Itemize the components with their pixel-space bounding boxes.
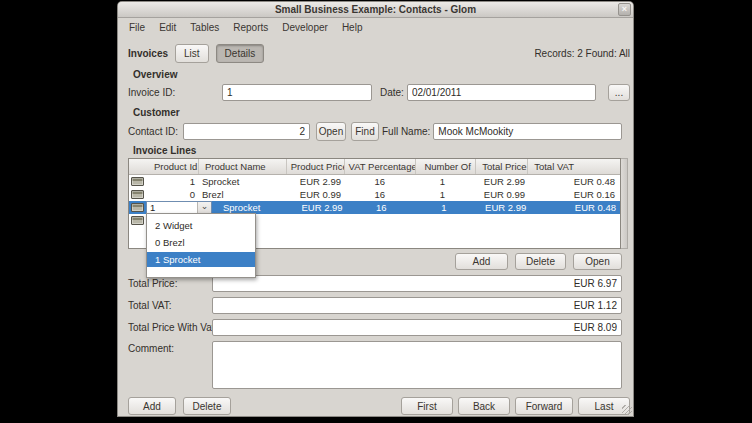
invoice-lines-table: Product Id Product Name Product Price VA… <box>128 158 621 249</box>
record-open-icon[interactable] <box>131 216 144 225</box>
combobox-value: 1 <box>147 202 197 213</box>
contact-row: Contact ID: Open Find Full Name: <box>128 122 630 141</box>
list-view-button[interactable]: List <box>175 44 209 63</box>
column-header-total-price[interactable]: Total Price <box>476 159 528 174</box>
menu-item-tables[interactable]: Tables <box>183 21 226 34</box>
menu-item-developer[interactable]: Developer <box>275 21 335 34</box>
table-row[interactable]: 1 Sprocket EUR 2.99 16 1 EUR 2.99 EUR 0.… <box>129 175 620 188</box>
column-header-number-of[interactable]: Number Of <box>416 159 476 174</box>
invoice-lines-heading: Invoice Lines <box>133 145 630 157</box>
record-navigation-bar: Add Delete First Back Forward Last <box>128 397 630 415</box>
cell-total-price: EUR 2.99 <box>475 175 527 188</box>
main-content: Invoices List Details Records: 2 Found: … <box>118 44 633 415</box>
total-with-vat-label: Total Price With Vat: <box>128 322 212 333</box>
line-add-button[interactable]: Add <box>455 253 508 270</box>
comment-textarea[interactable] <box>212 341 622 389</box>
product-id-dropdown: 2 Widget 0 Brezl 1 Sprocket <box>146 213 256 278</box>
comment-row: Comment: <box>128 341 630 389</box>
window-title: Small Business Example: Contacts - Glom <box>275 4 476 15</box>
contact-id-label: Contact ID: <box>128 126 183 137</box>
cell-product-id: 0 <box>144 188 197 201</box>
dropdown-option[interactable]: 2 Widget <box>147 218 255 233</box>
open-contact-button[interactable]: Open <box>316 122 346 141</box>
record-add-button[interactable]: Add <box>128 397 176 415</box>
cell-vat-percentage: 16 <box>343 175 415 188</box>
record-open-icon[interactable] <box>131 203 144 212</box>
invoice-id-input[interactable] <box>222 84 372 101</box>
invoice-id-label: Invoice ID: <box>128 87 222 98</box>
view-switch-row: Invoices List Details Records: 2 Found: … <box>128 44 630 63</box>
find-contact-button[interactable]: Find <box>351 122 379 141</box>
total-vat-row: Total VAT: <box>128 297 630 314</box>
column-header-product-price[interactable]: Product Price <box>287 159 345 174</box>
cell-product-price: EUR 2.99 <box>287 201 345 214</box>
chevron-down-icon: ⌄ <box>197 202 211 213</box>
forward-record-button[interactable]: Forward <box>515 397 573 415</box>
record-delete-button[interactable]: Delete <box>183 397 231 415</box>
line-delete-button[interactable]: Delete <box>515 253 566 270</box>
cell-total-price: EUR 2.99 <box>476 201 528 214</box>
cell-total-vat: EUR 0.48 <box>528 201 620 214</box>
app-window: Small Business Example: Contacts - Glom … <box>118 2 633 416</box>
menu-item-help[interactable]: Help <box>335 21 370 34</box>
cell-product-price: EUR 0.99 <box>285 188 343 201</box>
records-summary: Records: 2 Found: All <box>534 48 630 59</box>
cell-total-price: EUR 0.99 <box>475 188 527 201</box>
date-picker-button[interactable]: ... <box>608 84 630 101</box>
column-header-product-name[interactable]: Product Name <box>199 159 287 174</box>
table-row[interactable]: 0 Brezl EUR 0.99 16 1 EUR 0.99 EUR 0.16 <box>129 188 620 201</box>
resize-grip[interactable] <box>622 405 632 415</box>
back-record-button[interactable]: Back <box>458 397 510 415</box>
cell-total-vat: EUR 0.48 <box>527 175 619 188</box>
total-vat-field[interactable] <box>212 297 622 314</box>
cell-vat-percentage: 16 <box>343 188 415 201</box>
record-open-icon[interactable] <box>131 177 144 186</box>
cell-product-name: Sprocket <box>197 175 285 188</box>
cell-number-of: 1 <box>415 175 475 188</box>
total-with-vat-field[interactable] <box>212 319 622 336</box>
full-name-input[interactable] <box>433 123 622 140</box>
table-scrollbar[interactable] <box>621 158 628 249</box>
cell-number-of: 1 <box>417 201 477 214</box>
total-price-field[interactable] <box>212 275 622 292</box>
full-name-label: Full Name: <box>382 126 430 137</box>
first-record-button[interactable]: First <box>401 397 453 415</box>
menu-item-file[interactable]: File <box>122 21 152 34</box>
menu-item-edit[interactable]: Edit <box>152 21 183 34</box>
cell-product-price: EUR 2.99 <box>285 175 343 188</box>
column-header-product-id[interactable]: Product Id <box>129 159 199 174</box>
column-header-vat-percentage[interactable]: VAT Percentage <box>345 159 417 174</box>
date-label: Date: <box>380 87 404 98</box>
titlebar: Small Business Example: Contacts - Glom … <box>118 2 633 18</box>
customer-heading: Customer <box>133 107 630 119</box>
total-price-label: Total Price: <box>128 278 212 289</box>
menubar: File Edit Tables Reports Developer Help <box>118 18 633 37</box>
total-vat-label: Total VAT: <box>128 300 212 311</box>
date-input[interactable] <box>407 84 596 101</box>
line-open-button[interactable]: Open <box>573 253 622 270</box>
close-icon: × <box>622 4 627 14</box>
cell-total-vat: EUR 0.16 <box>527 188 619 201</box>
record-open-icon[interactable] <box>131 190 144 199</box>
invoice-id-row: Invoice ID: Date: ... <box>128 84 630 101</box>
cell-product-name: Brezl <box>197 188 285 201</box>
table-header-row: Product Id Product Name Product Price VA… <box>129 159 620 175</box>
dropdown-option[interactable]: 0 Brezl <box>147 235 255 250</box>
cell-vat-percentage: 16 <box>345 201 417 214</box>
contact-id-input[interactable] <box>183 123 310 140</box>
overview-heading: Overview <box>133 69 630 81</box>
invoice-lines-portal: Product Id Product Name Product Price VA… <box>128 158 630 249</box>
total-with-vat-row: Total Price With Vat: <box>128 319 630 336</box>
comment-label: Comment: <box>128 341 212 354</box>
table-name-label: Invoices <box>128 48 168 59</box>
column-header-total-vat[interactable]: Total VAT <box>528 159 620 174</box>
menu-item-reports[interactable]: Reports <box>226 21 275 34</box>
dropdown-option-selected[interactable]: 1 Sprocket <box>147 252 255 267</box>
cell-number-of: 1 <box>415 188 475 201</box>
close-button[interactable]: × <box>618 3 631 16</box>
details-view-button[interactable]: Details <box>216 44 265 63</box>
cell-product-id: 1 <box>144 175 197 188</box>
